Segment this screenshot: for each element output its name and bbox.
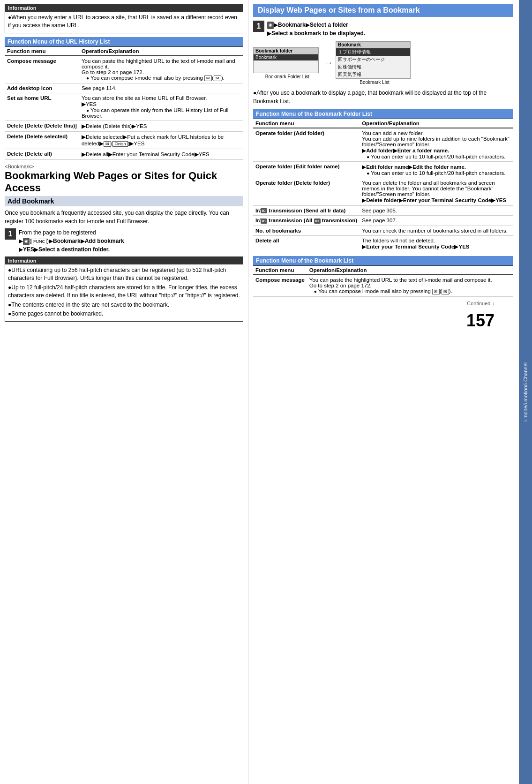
folder-list-img-header: Bookmark folder [254, 48, 318, 54]
op-set-home: You can store the site as Home URL of Fu… [79, 93, 243, 121]
bf-op-delall: The folders will not be deleted.▶Enter y… [360, 235, 513, 252]
bookmark-folder-section: Function Menu of the Bookmark Folder Lis… [253, 109, 513, 252]
add-bookmark-subtitle: Add Bookmark [5, 196, 243, 206]
bf-col1: Function menu [253, 119, 360, 128]
ir-icon-3: IC [314, 219, 321, 224]
fn-delete-selected: Delete (Delete selected) [5, 131, 79, 149]
bf-op-add: You can add a new folder.You can add up … [360, 128, 513, 162]
fn-set-home: Set as home URL [5, 93, 79, 121]
bookmark-list-image: Bookmark １プロ野球情報 回サポーターのページ 回株価情報 回天気予報 [336, 41, 411, 79]
bookmark-list-img-header: Bookmark [336, 42, 410, 48]
bf-fn-ir1: Ir/IC transmission (Send all Ir data) [253, 206, 360, 216]
url-history-table: Function menu Operation/Explanation Comp… [5, 46, 243, 160]
side-bar: i-mode/i-motion/i-Channel [519, 0, 532, 784]
bookmark-label: <Bookmark> [5, 164, 243, 169]
fn-compose: Compose message [5, 56, 79, 83]
info-box-1: Information ●When you newly enter a URL … [5, 4, 243, 33]
left-column: Information ●When you newly enter a URL … [0, 0, 248, 784]
bf-fn-count: No. of bookmarks [253, 226, 360, 235]
bullet-set-home: You can operate this only from the URL H… [82, 107, 229, 119]
envelope-icon-2: ✉ [432, 289, 440, 294]
folder-list-row-3 [254, 67, 318, 73]
bookmark-list-label: Bookmark List [336, 80, 413, 85]
col-operation-1: Operation/Explanation [79, 46, 243, 56]
arrow-right-icon: → [324, 58, 333, 68]
bookmark-row-2: 回サポーターのページ [336, 56, 410, 63]
bookmark-list-table: Function menu Operation/Explanation Comp… [253, 265, 513, 297]
bl-op-compose: You can paste the highlighted URL to the… [307, 275, 513, 296]
op-compose: You can paste the highlighted URL to the… [79, 56, 243, 83]
table-row: Delete all The folders will not be delet… [253, 235, 513, 252]
bf-col2: Operation/Explanation [360, 119, 513, 128]
table-row: Delete [Delete (Delete this)] ▶Delete (D… [5, 121, 243, 131]
step-num-1-right: 1 [253, 21, 264, 32]
table-row: Ir/IC transmission (Send all Ir data) Se… [253, 206, 513, 216]
bookmark-list-header: Function Menu of the Bookmark List [253, 256, 513, 265]
bullet-compose: You can compose i-mode mail also by pres… [86, 75, 225, 81]
table-row: Add desktop icon See page 114. [5, 83, 243, 93]
table-row: Operate folder (Edit folder name) ▶Edit … [253, 162, 513, 178]
bf-fn-edit: Operate folder (Edit folder name) [253, 162, 360, 178]
bf-bullet-edit: You can enter up to 10 full-pitch/20 hal… [367, 170, 505, 176]
info-box-2-bullet-3: ●The contents entered in the site are no… [8, 301, 240, 309]
folder-list-row-2 [254, 60, 318, 67]
info-box-1-header: Information [5, 4, 243, 12]
step-1-content: From the page to be registered ▶◉(FUNC)▶… [19, 228, 124, 254]
step-1-right: 1 ◉▶Bookmark▶Select a folder▶Select a bo… [253, 21, 513, 38]
bookmark-desc: Once you bookmark a frequently accessed … [5, 209, 243, 226]
bf-fn-delete: Operate folder (Delete folder) [253, 178, 360, 206]
after-bullet: ●After you use a bookmark to display a p… [253, 89, 513, 106]
finish-icon: ✉ [104, 141, 111, 147]
bf-fn-delall: Delete all [253, 235, 360, 252]
url-history-section: Function Menu of the URL History List Fu… [5, 37, 243, 160]
bf-op-count: You can check the number of bookmarks st… [360, 226, 513, 235]
continued-label: Continued ↓ [253, 301, 513, 306]
ir-icon-2: IC [261, 219, 267, 224]
table-row: Set as home URL You can store the site a… [5, 93, 243, 121]
bookmarking-section: <Bookmark> Bookmarking Web Pages or Site… [5, 164, 243, 254]
info-box-1-bullet-1: ●When you newly enter a URL to access a … [8, 14, 240, 30]
func-label: FUNC [31, 239, 47, 244]
info-box-2-header: Information [5, 257, 243, 264]
op-add-desktop: See page 114. [79, 83, 243, 93]
table-row: Delete (Delete all) ▶Delete all▶Enter yo… [5, 149, 243, 159]
bookmark-title: Bookmarking Web Pages or Sites for Quick… [5, 170, 243, 195]
ir-icon-1: IC [261, 208, 267, 213]
info-box-2-bullet-2: ●Up to 12 full-pitch/24 half-pitch chara… [8, 284, 240, 300]
bookmark-row-3: 回株価情報 [336, 63, 410, 71]
info-box-2-content: ●URLs containing up to 256 half-pitch ch… [5, 264, 243, 321]
right-column: Display Web Pages or Sites from a Bookma… [248, 0, 532, 784]
op-delete-selected: ▶Delete selected▶Put a check mark for UR… [79, 131, 243, 149]
step-icon-right: ◉ [267, 22, 274, 29]
finish-label: Finish [112, 141, 127, 147]
step-num-1: 1 [5, 228, 16, 240]
bf-fn-add: Operate folder (Add folder) [253, 128, 360, 162]
table-row: Operate folder (Add folder) You can add … [253, 128, 513, 162]
display-title: Display Web Pages or Sites from a Bookma… [253, 4, 513, 17]
info-box-2-bullet-1: ●URLs containing up to 256 half-pitch ch… [8, 266, 240, 282]
step-1-right-content: ◉▶Bookmark▶Select a folder▶Select a book… [267, 21, 365, 38]
fn-add-desktop: Add desktop icon [5, 83, 79, 93]
bf-op-delete: You can delete the folder and all bookma… [360, 178, 513, 206]
table-row: Delete (Delete selected) ▶Delete selecte… [5, 131, 243, 149]
folder-list-image: Bookmark folder Bookmark [253, 47, 319, 73]
bookmark-list-section: Function Menu of the Bookmark List Funct… [253, 256, 513, 297]
bookmark-list-container: Bookmark １プロ野球情報 回サポーターのページ 回株価情報 回天気予報 … [336, 41, 413, 85]
info-box-2: Information ●URLs containing up to 256 h… [5, 256, 243, 322]
mail-icon: ✉ [214, 75, 221, 81]
op-delete-this: ▶Delete (Delete this)▶YES [79, 121, 243, 131]
folder-list-row-1: Bookmark [254, 54, 318, 60]
bl-col2: Operation/Explanation [307, 265, 513, 275]
folder-list-label: Bookmark Folder List [253, 74, 322, 79]
table-row: No. of bookmarks You can check the numbe… [253, 226, 513, 235]
table-row: Operate folder (Delete folder) You can d… [253, 178, 513, 206]
side-bar-label-text: i-mode/i-motion/i-Channel [523, 362, 528, 422]
bookmark-images-area: Bookmark folder Bookmark Bookmark Folder… [253, 41, 513, 85]
mail-icon-2: ✉ [442, 289, 449, 294]
page-number: 157 [253, 311, 513, 331]
info-box-1-content: ●When you newly enter a URL to access a … [5, 12, 243, 33]
col-function-menu-1: Function menu [5, 46, 79, 56]
bf-bullet-add: You can enter up to 10 full-pitch/20 hal… [367, 154, 505, 159]
right-inner: Display Web Pages or Sites from a Bookma… [253, 4, 513, 331]
envelope-icon: ✉ [204, 75, 212, 81]
